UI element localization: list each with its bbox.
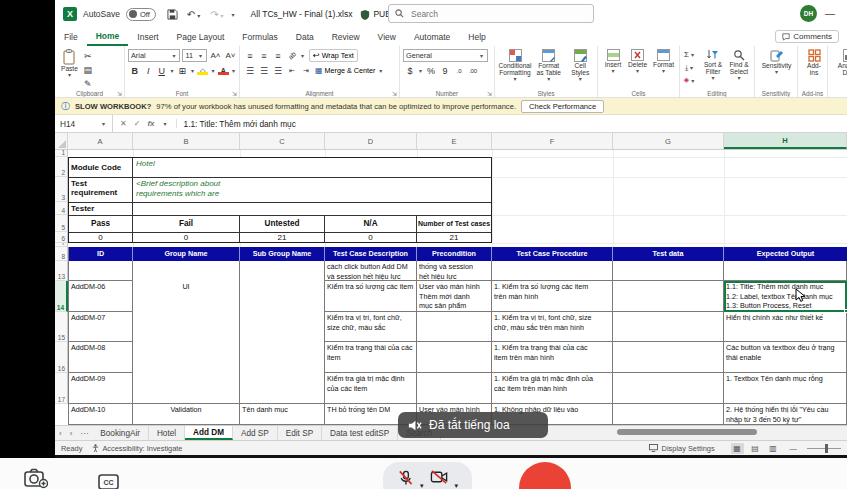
cell[interactable]: thống và session hết hiệu lực <box>417 261 492 281</box>
row-header-4[interactable]: 4 <box>55 202 68 215</box>
orientation-icon[interactable]: ab <box>282 46 301 65</box>
stats-header-na[interactable]: N/A <box>325 216 417 232</box>
stats-value-untested[interactable]: 21 <box>240 233 325 242</box>
tab-insert[interactable]: Insert <box>128 28 167 46</box>
zoom-out-icon[interactable]: — <box>790 444 797 453</box>
tab-page-layout[interactable]: Page Layout <box>168 28 234 46</box>
format-as-table-button[interactable]: Format as Table▾ <box>532 49 565 86</box>
borders-icon[interactable]: ⊞ <box>175 64 188 77</box>
cell[interactable]: User vào màn hình Thêm mới danh mục sản … <box>417 281 492 312</box>
cell[interactable]: AddDM-09 <box>68 373 133 404</box>
excel-app-icon[interactable]: X <box>63 7 77 21</box>
cell[interactable] <box>613 312 724 342</box>
cell[interactable]: 1. Textbox Tên danh mục rỗng <box>724 373 847 404</box>
header-group-name[interactable]: Group Name <box>133 247 240 261</box>
accounting-format-icon[interactable]: $ <box>403 64 417 77</box>
captions-icon[interactable]: CC <box>98 474 119 489</box>
formula-content[interactable]: 1.1: Title: Thêm mới danh mục <box>177 119 303 129</box>
font-dialog-launcher[interactable]: ⇲ <box>232 90 237 97</box>
wrap-text-button[interactable]: ↩Wrap Text <box>309 49 358 62</box>
paste-button[interactable]: Paste▾ <box>58 49 81 90</box>
column-header-c[interactable]: C <box>240 133 325 149</box>
cell[interactable] <box>240 281 325 312</box>
sheet-tab-bookingair[interactable]: BookingAir <box>92 426 149 440</box>
select-all-corner[interactable] <box>55 133 68 149</box>
percent-style-icon[interactable]: % <box>424 64 438 77</box>
align-right-icon[interactable]: ☰ <box>271 64 285 77</box>
cell[interactable]: Các button và textbox đều ở trạng thái e… <box>724 342 847 373</box>
tester-value[interactable] <box>133 203 491 215</box>
column-header-d[interactable]: D <box>325 133 417 149</box>
check-performance-button[interactable]: Check Performance <box>521 100 604 113</box>
insert-function-icon[interactable]: fx <box>147 119 154 128</box>
sheet-nav-prev-icon[interactable]: ‹ <box>55 426 66 440</box>
comments-button[interactable]: Comments <box>775 30 839 43</box>
tab-view[interactable]: View <box>369 28 405 46</box>
cell[interactable]: 1. Kiểm tra trạng thái của các item trên… <box>492 342 613 373</box>
copy-icon[interactable]: ▤ <box>81 63 95 76</box>
row-header-15[interactable]: 15 <box>55 312 68 342</box>
page-break-view-icon[interactable]: ▥ <box>767 443 780 454</box>
search-box[interactable] <box>388 4 594 23</box>
row-header-2[interactable]: 2 <box>55 157 68 177</box>
quick-access-chevron-icon[interactable]: ▾ <box>232 11 235 18</box>
cut-icon[interactable]: ✂ <box>81 49 95 62</box>
sheet-tab-edit-sp[interactable]: Edit SP <box>278 426 322 440</box>
row-header-1[interactable]: 1 <box>55 150 68 157</box>
font-name-select[interactable]: Arial▾ <box>128 49 180 62</box>
search-input[interactable] <box>409 8 579 20</box>
conditional-formatting-button[interactable]: Conditional Formatting▾ <box>498 49 532 86</box>
zoom-slider[interactable] <box>807 448 841 449</box>
camera-muted-icon[interactable] <box>430 469 449 485</box>
autosave-toggle[interactable]: Off <box>126 8 156 21</box>
sheet-nav-next-icon[interactable]: › <box>66 426 77 440</box>
cell[interactable] <box>613 342 724 373</box>
cell[interactable]: cách click button Add DM và session hết … <box>325 261 417 281</box>
cell[interactable]: Kiểm tra trạng thái của các item <box>325 342 417 373</box>
cell[interactable]: 1. Kiểm tra giá trị mặc định của các ite… <box>492 373 613 404</box>
cell-styles-button[interactable]: Cell Styles▾ <box>565 49 595 86</box>
comma-style-icon[interactable]: 9 <box>438 64 452 77</box>
clear-icon[interactable]: ◈▾ <box>683 74 697 86</box>
stats-header-pass[interactable]: Pass <box>69 216 133 232</box>
test-requirement-value[interactable]: <Brief description about requirements wh… <box>133 178 491 202</box>
align-top-icon[interactable]: ≡ <box>243 49 257 62</box>
name-box[interactable]: H14▾ <box>55 115 113 132</box>
sheet-tab-data-test-editsp[interactable]: Data test editSP <box>322 426 398 440</box>
column-header-f[interactable]: F <box>492 133 613 149</box>
tab-automate[interactable]: Automate <box>405 28 459 46</box>
cell[interactable] <box>613 404 724 425</box>
scrollbar-thumb[interactable] <box>617 429 757 435</box>
number-dialog-launcher[interactable]: ⇲ <box>487 90 492 97</box>
tab-home[interactable]: Home <box>87 28 129 46</box>
stats-header-total[interactable]: Number of Test cases <box>417 216 491 232</box>
row-header-16[interactable]: 16 <box>55 342 68 373</box>
cell[interactable] <box>133 342 240 373</box>
column-header-g[interactable]: G <box>613 133 724 149</box>
stats-value-na[interactable]: 0 <box>325 233 417 242</box>
module-code-label[interactable]: Module Code <box>69 158 133 177</box>
row-header-8[interactable]: 8 <box>55 247 68 261</box>
cell[interactable]: Kiểm tra vị trí, font chữ, size chữ, màu… <box>325 312 417 342</box>
tab-formulas[interactable]: Formulas <box>233 28 286 46</box>
stats-value-total[interactable]: 21 <box>417 233 491 242</box>
row-header-14-selected[interactable]: 14 <box>55 281 68 312</box>
save-icon[interactable] <box>167 9 178 20</box>
addins-button[interactable]: Add-ins <box>801 49 827 76</box>
alignment-dialog-launcher[interactable]: ⇲ <box>392 90 397 97</box>
sensitivity-button[interactable]: Sensitivity▾ <box>758 49 795 76</box>
accessibility-status[interactable]: Accessibility: Investigate <box>92 444 182 453</box>
cell[interactable] <box>613 373 724 404</box>
cell[interactable]: Kiểm tra số lượng các item <box>325 281 417 312</box>
header-expected-output[interactable]: Expected Output <box>724 247 847 261</box>
camera-options-chevron-icon[interactable]: ▾ <box>455 482 459 489</box>
tab-help[interactable]: Help <box>459 28 494 46</box>
autosum-icon[interactable]: Σ▾ <box>683 49 697 61</box>
analyze-data-button[interactable]: Analyze Data <box>831 49 847 76</box>
cell[interactable]: AddDM-07 <box>68 312 133 342</box>
sheet-tab-hotel[interactable]: Hotel <box>149 426 185 440</box>
test-requirement-label[interactable]: Test requirement <box>69 178 133 202</box>
cell[interactable]: AddDM-08 <box>68 342 133 373</box>
stats-header-fail[interactable]: Fail <box>133 216 240 232</box>
mic-muted-icon[interactable] <box>397 469 414 487</box>
